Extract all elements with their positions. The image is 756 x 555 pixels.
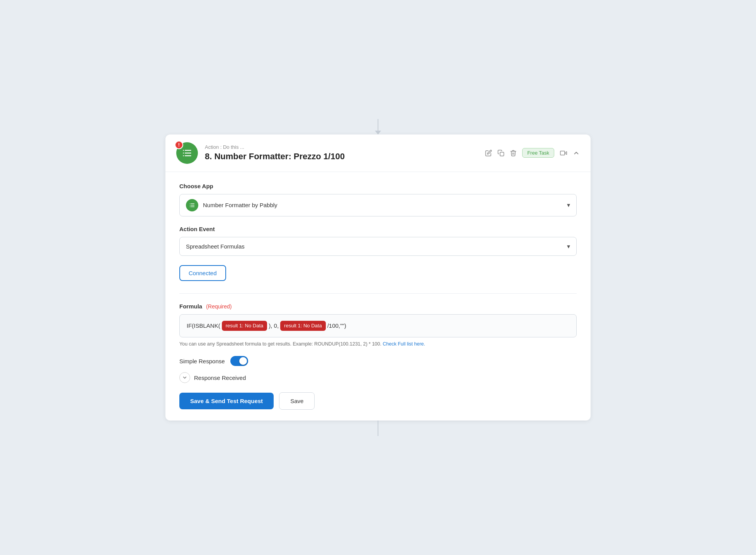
card-header: ! Action : Do this ... 8. Number Formatt… [165,134,591,172]
video-icon[interactable] [560,150,567,157]
connector-bottom [378,421,378,436]
choose-app-label: Choose App [179,183,577,189]
toggle-track [230,356,248,366]
svg-rect-0 [183,150,184,150]
action-event-label: Action Event [179,226,577,232]
app-select-value: Number Formatter by Pabbly [203,202,562,208]
header-actions: Free Task [485,148,580,158]
svg-rect-2 [183,152,184,153]
svg-rect-3 [185,152,191,153]
formula-input[interactable]: IF(ISBLANK( result 1: No Data ), 0, resu… [179,314,577,338]
save-test-button[interactable]: Save & Send Test Request [179,393,274,409]
toggle-thumb [239,357,247,365]
actions-row: Save & Send Test Request Save [179,392,577,410]
connector-arrowhead-top [375,131,381,134]
formula-middle: ), 0, [269,321,279,330]
formula-prefix: IF(ISBLANK( [187,321,220,330]
header-icon-wrapper: ! [176,142,198,164]
connector-line-bottom [378,421,378,436]
svg-rect-13 [190,206,190,207]
connector-line-top [378,119,378,131]
delete-icon[interactable] [510,150,517,157]
save-button[interactable]: Save [279,392,315,410]
app-select-icon [186,199,198,211]
svg-rect-1 [185,150,191,150]
app-select-dropdown[interactable]: Number Formatter by Pabbly ▾ [179,194,577,216]
svg-rect-6 [500,152,504,156]
simple-response-row: Simple Response [179,356,577,366]
edit-icon[interactable] [485,150,492,157]
error-badge: ! [175,141,183,149]
svg-rect-11 [190,205,190,205]
app-dropdown-arrow: ▾ [567,201,570,209]
formula-tag-1: result 1: No Data [222,321,267,331]
formula-tag-2: result 1: No Data [280,321,326,331]
divider [179,293,577,294]
response-received-label: Response Received [194,375,246,381]
svg-rect-10 [191,203,194,204]
svg-rect-5 [185,155,191,156]
svg-rect-9 [190,203,190,204]
required-text: (Required) [206,303,232,310]
formula-hint-link[interactable]: Check Full list here. [383,341,425,347]
connector-arrow-top [373,119,383,134]
event-dropdown-arrow: ▾ [567,243,570,250]
formula-hint: You can use any Spreadsheet formula to g… [179,341,577,347]
event-select-dropdown[interactable]: Spreadsheet Formulas ▾ [179,237,577,256]
header-subtitle: Action : Do this ... [205,144,485,150]
collapse-icon[interactable] [573,150,580,157]
event-select-value: Spreadsheet Formulas [186,243,567,250]
simple-response-toggle[interactable] [230,356,248,366]
list-icon [182,148,192,158]
free-task-badge: Free Task [522,148,554,158]
card-body: Choose App Number Formatter by Pabbly ▾ … [165,172,591,421]
action-card: ! Action : Do this ... 8. Number Formatt… [165,134,591,421]
response-received-row: Response Received [179,372,577,383]
svg-rect-12 [191,205,194,205]
chevron-down-icon [182,375,187,380]
page-wrapper: ! Action : Do this ... 8. Number Formatt… [165,119,591,436]
connected-button[interactable]: Connected [179,265,226,281]
svg-marker-7 [565,152,567,155]
svg-rect-4 [183,155,184,156]
app-list-icon [189,202,195,208]
header-text: Action : Do this ... 8. Number Formatter… [205,144,485,162]
svg-rect-8 [560,151,565,155]
formula-suffix: /100,"") [327,321,346,330]
simple-response-label: Simple Response [179,358,225,364]
svg-rect-14 [191,206,194,207]
header-title: 8. Number Formatter: Prezzo 1/100 [205,152,485,162]
response-received-expand[interactable] [179,372,190,383]
formula-label: Formula (Required) [179,303,577,310]
copy-icon[interactable] [497,150,504,157]
